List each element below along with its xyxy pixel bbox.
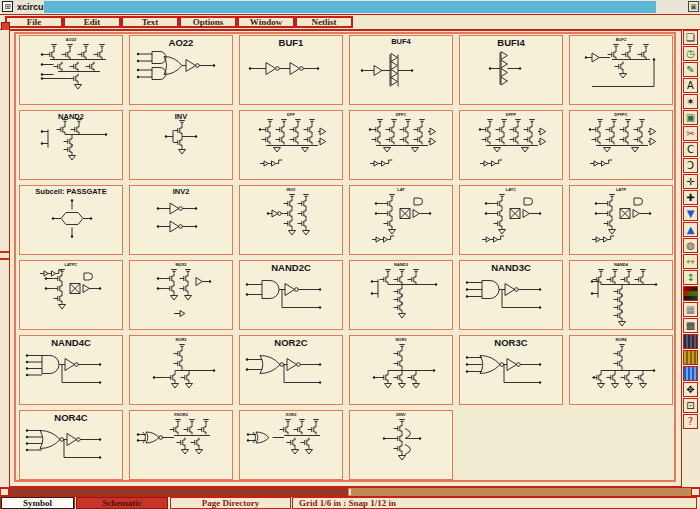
- cell-drawing: [20, 265, 124, 328]
- library-cell-nor3c[interactable]: NOR3C: [459, 335, 563, 405]
- menubar: File Edit Text Options Window Netlist: [0, 14, 700, 30]
- page-directory-button[interactable]: Page Directory: [170, 497, 291, 509]
- menu-window[interactable]: Window: [237, 16, 295, 28]
- page-icon[interactable]: ❏: [683, 30, 698, 45]
- library-book-yellow-icon[interactable]: [683, 350, 698, 365]
- library-cell-nand4c[interactable]: NAND4C: [19, 335, 123, 405]
- menu-text[interactable]: Text: [121, 16, 179, 28]
- cell-drawing: [570, 190, 674, 253]
- palette-icon[interactable]: [683, 286, 698, 301]
- zoom-vertical-icon[interactable]: ↕: [683, 270, 698, 285]
- drawing-canvas[interactable]: AO22AO22BUF1BUF4BUFI4BUFZNAND2INVDFFDFFC…: [9, 30, 682, 487]
- left-scrollbar[interactable]: [0, 30, 9, 487]
- library-cell-inv2[interactable]: INV2: [129, 185, 233, 255]
- library-cell-ao22[interactable]: AO22: [19, 35, 123, 105]
- window-menu-icon[interactable]: ⊞: [2, 1, 13, 12]
- rotate-ccw-icon[interactable]: Ɔ: [683, 158, 698, 173]
- library-cell-nand3c[interactable]: NAND3C: [459, 260, 563, 330]
- spline-pen-icon[interactable]: ✎: [683, 62, 698, 77]
- library-cell-latc[interactable]: LATC: [459, 185, 563, 255]
- flip-vertical-icon[interactable]: ✚: [683, 190, 698, 205]
- menu-netlist[interactable]: Netlist: [295, 16, 353, 28]
- library-cell-nand4[interactable]: NAND4: [569, 260, 673, 330]
- library-book-dark-icon[interactable]: [683, 334, 698, 349]
- zoom-horizontal-icon[interactable]: ↔: [683, 254, 698, 269]
- library-cell-nor2c[interactable]: NOR2C: [239, 335, 343, 405]
- library-cell-dffpc[interactable]: DFFPC: [569, 110, 673, 180]
- cell-drawing: [240, 265, 344, 328]
- library-cell-nor2[interactable]: NOR2: [129, 335, 233, 405]
- cell-drawing: [130, 40, 234, 103]
- library-cell-nor4c[interactable]: NOR4C: [19, 410, 123, 480]
- cell-drawing: [130, 265, 234, 328]
- library-cell-ao22[interactable]: AO22: [129, 35, 233, 105]
- library-cell-dff[interactable]: DFF: [239, 110, 343, 180]
- pop-up-icon[interactable]: ▲: [683, 222, 698, 237]
- library-cell-nor3[interactable]: NOR3: [349, 335, 453, 405]
- library-cell-nand3[interactable]: NAND3: [349, 260, 453, 330]
- library-cell-dinv[interactable]: DINV: [349, 410, 453, 480]
- pop-up-icon-glyph: ▲: [684, 223, 697, 236]
- library-cell-nor4[interactable]: NOR4: [569, 335, 673, 405]
- menu-options[interactable]: Options: [179, 16, 237, 28]
- library-cell-buf4[interactable]: BUF4: [349, 35, 453, 105]
- cell-drawing: [570, 40, 674, 103]
- bottom-scrollbar-tick: [349, 489, 351, 495]
- fill-pattern-icon[interactable]: ▩: [683, 318, 698, 333]
- selection-box-icon[interactable]: ⊡: [683, 398, 698, 413]
- symbol-button[interactable]: Symbol: [1, 497, 74, 509]
- library-cell-nand2[interactable]: NAND2: [19, 110, 123, 180]
- library-cell-dffc[interactable]: DFFC: [349, 110, 453, 180]
- polygon-stars-icon[interactable]: ✶: [683, 94, 698, 109]
- delete-scissors-icon[interactable]: ✂: [683, 126, 698, 141]
- cell-drawing: [130, 415, 234, 478]
- push-down-icon[interactable]: ▼: [683, 206, 698, 221]
- schematic-button[interactable]: Schematic: [76, 497, 168, 509]
- copy-image-icon[interactable]: ▣: [683, 110, 698, 125]
- arc-clock-icon[interactable]: ◷: [683, 46, 698, 61]
- menu-edit[interactable]: Edit: [63, 16, 121, 28]
- cell-drawing: [570, 265, 674, 328]
- window-control-icon[interactable]: ▣: [688, 1, 699, 12]
- library-cell-invz[interactable]: INVZ: [239, 185, 343, 255]
- library-cell-subcell-passgate[interactable]: Subcell: PASSGATE: [19, 185, 123, 255]
- library-cell-bufz[interactable]: BUFZ: [569, 35, 673, 105]
- snapshot-icon[interactable]: ◍: [683, 238, 698, 253]
- library-book-blue-icon[interactable]: [683, 366, 698, 381]
- library-cell-xnor2[interactable]: XNOR2: [129, 410, 233, 480]
- bottom-scrollbar-thumb[interactable]: [9, 488, 348, 496]
- titlebar: ⊞ xcircuit ▣: [0, 0, 700, 14]
- library-cell-xor2[interactable]: XOR2: [239, 410, 343, 480]
- zoom-horizontal-icon-glyph: ↔: [684, 255, 697, 268]
- text-icon[interactable]: A: [683, 78, 698, 93]
- flip-horizontal-icon[interactable]: ✛: [683, 174, 698, 189]
- expand-arrows-icon[interactable]: ✥: [683, 382, 698, 397]
- zoom-vertical-icon-glyph: ↕: [684, 271, 697, 284]
- cell-drawing: [130, 340, 234, 403]
- delete-scissors-icon-glyph: ✂: [684, 127, 697, 140]
- cell-drawing: [350, 415, 454, 478]
- help-icon[interactable]: ?: [683, 414, 698, 429]
- library-cell-latpc[interactable]: LATPC: [19, 260, 123, 330]
- library-cell-bufi4[interactable]: BUFI4: [459, 35, 563, 105]
- cell-drawing: [350, 40, 454, 103]
- cell-drawing: [240, 340, 344, 403]
- library-cell-buf1[interactable]: BUF1: [239, 35, 343, 105]
- library-cell-lat[interactable]: LAT: [349, 185, 453, 255]
- cell-drawing: [460, 115, 564, 178]
- grid-snap-indicator: Grid 1/6 in : Snap 1/12 in: [292, 497, 697, 509]
- spline-pen-icon-glyph: ✎: [684, 63, 697, 76]
- library-cell-inv[interactable]: INV: [129, 110, 233, 180]
- library-cell-nand2c[interactable]: NAND2C: [239, 260, 343, 330]
- cell-drawing: [350, 190, 454, 253]
- menu-file[interactable]: File: [5, 16, 63, 28]
- library-cell-dffp[interactable]: DFFP: [459, 110, 563, 180]
- bottom-scrollbar[interactable]: [0, 487, 700, 497]
- library-cell-mux2[interactable]: MUX2: [129, 260, 233, 330]
- dotted-grid-icon[interactable]: ▦: [683, 302, 698, 317]
- rotate-cw-icon[interactable]: C: [683, 142, 698, 157]
- titlebar-stripe[interactable]: [44, 1, 656, 13]
- cell-drawing: [20, 340, 124, 403]
- library-cell-latp[interactable]: LATP: [569, 185, 673, 255]
- statusbar: Symbol Schematic Page Directory Grid 1/6…: [0, 497, 700, 509]
